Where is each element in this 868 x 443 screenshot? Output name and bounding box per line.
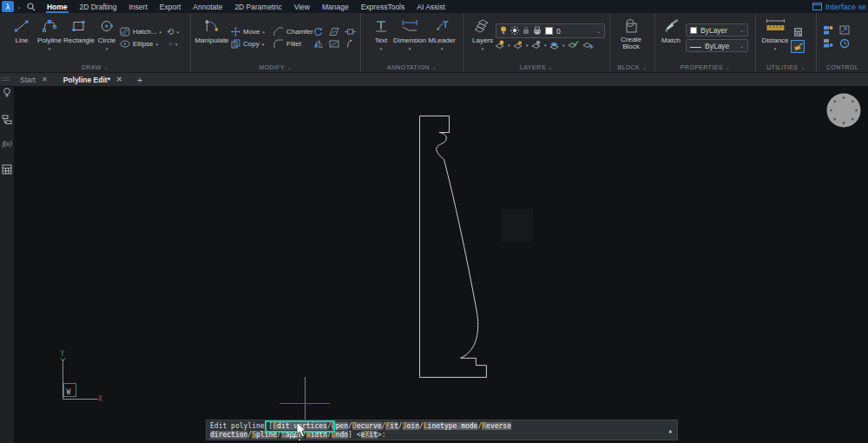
control-tool-2[interactable]	[839, 25, 850, 36]
command-option[interactable]: direction	[210, 431, 247, 439]
caret-down-icon[interactable]: ▾	[526, 43, 529, 48]
layer-select[interactable]: 0 ⌄	[496, 23, 605, 38]
command-line[interactable]: Edit polyline [Edit vertices/Open/Decurv…	[206, 420, 678, 440]
command-option[interactable]: ecurve	[357, 422, 382, 430]
calculator-tool[interactable]	[793, 27, 803, 38]
menu-export[interactable]: Export	[154, 0, 187, 13]
text-tool[interactable]: Text ▾	[373, 17, 389, 51]
caret-down-icon[interactable]: ▾	[106, 46, 108, 51]
structure-panel-icon[interactable]	[2, 115, 12, 125]
scale-tool[interactable]	[329, 38, 339, 50]
caret-down-icon[interactable]: ▾	[49, 46, 51, 51]
group-label-block[interactable]: BLOCK⌄	[610, 64, 654, 70]
mirror-tool[interactable]	[313, 38, 323, 50]
menu-insert[interactable]: Insert	[123, 0, 154, 13]
layer-state-tool[interactable]	[568, 39, 579, 50]
new-tab-button[interactable]: +	[130, 75, 149, 85]
caret-down-icon[interactable]: ▾	[160, 30, 162, 35]
command-option[interactable]: pen	[336, 422, 348, 430]
tabbar-grip[interactable]	[2, 77, 12, 83]
group-label-annotation[interactable]: ANNOTATION⌄	[361, 64, 463, 70]
caret-down-icon[interactable]: ▾	[409, 46, 411, 51]
rectangle-tool[interactable]: Rectangle	[63, 17, 95, 44]
caret-down-icon[interactable]: ▾	[263, 30, 266, 35]
caret-down-icon[interactable]: ▾	[482, 46, 484, 51]
line-tool[interactable]: Line	[14, 17, 30, 44]
caret-down-icon[interactable]: ▾	[175, 42, 178, 47]
command-option[interactable]: everse	[486, 422, 511, 430]
menu-home[interactable]: Home	[41, 0, 74, 13]
distance-tool[interactable]: Distance ▾	[761, 17, 788, 51]
command-history-toggle-icon[interactable]: ▲	[668, 426, 672, 435]
sheets-panel-icon[interactable]	[2, 164, 12, 175]
control-tool-1[interactable]	[823, 25, 833, 36]
close-icon[interactable]: ✕	[116, 76, 122, 83]
close-icon[interactable]: ✕	[42, 76, 48, 83]
group-label-layers[interactable]: LAYERS⌄	[464, 64, 609, 70]
polyline-tool[interactable]: Polyline ▾	[37, 17, 62, 51]
mleader-tool[interactable]: MLeader ▾	[428, 17, 456, 51]
caret-down-icon[interactable]: ▾	[156, 42, 159, 47]
model-space-canvas[interactable]	[14, 87, 868, 443]
linetype-select[interactable]: ByLaye ⌄	[686, 39, 748, 52]
ribbon-group-annotation: Text ▾ Dimension ▾ MLeader ▾ ANNOTATION⌄	[361, 13, 464, 72]
command-option[interactable]: L	[424, 422, 428, 430]
trim-tool[interactable]	[345, 38, 354, 50]
control-tool-4[interactable]	[839, 38, 850, 50]
fx-properties-icon[interactable]: f(x)	[2, 140, 11, 148]
group-label-modify[interactable]: MODIFY⌄	[191, 64, 360, 70]
fillet-tool[interactable]: Fillet	[273, 38, 301, 50]
caret-down-icon[interactable]: ▾	[508, 43, 510, 48]
layer-lock-tool[interactable]: ▾	[513, 39, 529, 50]
caret-down-icon[interactable]: ▾	[441, 46, 444, 51]
quick-select-tool[interactable]	[791, 40, 805, 53]
menu-manage[interactable]: Manage	[316, 0, 355, 13]
match-tool[interactable]: Match	[661, 17, 681, 44]
dimension-tool[interactable]: Dimension ▾	[393, 17, 426, 51]
caret-down-icon[interactable]: ▾	[380, 46, 383, 51]
command-option[interactable]: oin	[407, 422, 419, 430]
caret-down-icon[interactable]: ▾	[562, 43, 565, 48]
menu-view[interactable]: View	[288, 0, 316, 13]
group-label-control[interactable]: CONTROL	[817, 64, 868, 70]
group-label-draw[interactable]: DRAW⌄	[0, 64, 190, 70]
tab-polyline-edit[interactable]: Polyline Edit* ✕	[56, 73, 130, 86]
search-icon[interactable]	[27, 3, 36, 11]
command-option[interactable]: ndo	[336, 431, 348, 439]
tips-lightbulb-icon[interactable]	[3, 88, 11, 98]
command-option[interactable]: it	[369, 431, 378, 439]
app-menu-chevron-icon[interactable]: ⌄	[16, 3, 22, 10]
command-option[interactable]: J	[403, 422, 407, 430]
create-block-tool[interactable]: Create Block	[616, 17, 646, 50]
revision-cloud-tool[interactable]: ⟲ ▾	[167, 26, 179, 37]
tab-start[interactable]: Start ✕	[12, 73, 56, 86]
layer-freeze-tool[interactable]: ▾	[531, 39, 547, 50]
caret-down-icon[interactable]: ▾	[544, 43, 547, 48]
layers-tool[interactable]: Layers ▾	[472, 17, 493, 51]
circle-tool[interactable]: Circle ▾	[98, 17, 115, 51]
app-logo-icon[interactable]: λ	[2, 1, 14, 12]
menu-expresstools[interactable]: ExpressTools	[355, 0, 411, 13]
group-label-properties[interactable]: PROPERTIES⌄	[655, 64, 755, 70]
copy-tool[interactable]: Copy ▾	[231, 38, 264, 50]
menu-ai-assist[interactable]: AI Assist	[411, 0, 451, 13]
color-select[interactable]: ByLayer ⌄	[686, 23, 748, 36]
layer-new-tool[interactable]	[582, 39, 594, 50]
layer-off-tool[interactable]: ▾	[495, 39, 510, 50]
command-option[interactable]: it	[390, 422, 398, 430]
command-option[interactable]: inetype mode	[428, 422, 478, 430]
layer-isolate-tool[interactable]: ▾	[549, 39, 565, 50]
control-tool-3[interactable]	[823, 38, 833, 50]
caret-down-icon[interactable]: ▾	[176, 30, 179, 35]
command-option[interactable]: D	[352, 422, 357, 430]
menu-2d-drafting[interactable]: 2D Drafting	[74, 0, 123, 13]
interface-settings-link[interactable]: Interface se	[812, 0, 866, 13]
manipulate-tool[interactable]: Manipulate	[194, 17, 228, 44]
menu-annotate[interactable]: Annotate	[187, 0, 228, 13]
point-tool[interactable]: ○ ▾	[168, 38, 177, 50]
caret-down-icon[interactable]: ▾	[774, 46, 777, 51]
menu-2d-parametric[interactable]: 2D Parametric	[228, 0, 287, 13]
caret-down-icon[interactable]: ▾	[262, 42, 265, 47]
ellipse-tool[interactable]: Ellipse ▾	[120, 38, 158, 50]
group-label-utilities[interactable]: UTILITIES⌄	[756, 64, 816, 70]
